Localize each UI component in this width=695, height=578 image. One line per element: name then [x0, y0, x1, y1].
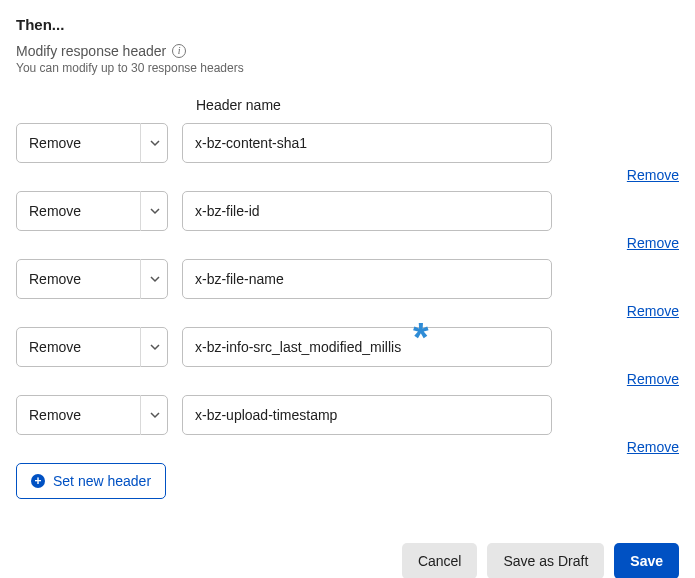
action-select-value: Remove [29, 203, 81, 219]
footer-actions: Cancel Save as Draft Save [16, 543, 679, 578]
remove-row-link[interactable]: Remove [627, 235, 679, 251]
action-select-wrap: Remove [16, 123, 168, 163]
remove-row-link[interactable]: Remove [627, 439, 679, 455]
header-name-input[interactable] [182, 327, 552, 367]
action-select-wrap: Remove [16, 395, 168, 435]
hint-text: You can modify up to 30 response headers [16, 61, 679, 75]
set-new-header-button[interactable]: + Set new header [16, 463, 166, 499]
subtitle-row: Modify response header i [16, 43, 679, 59]
remove-row-link[interactable]: Remove [627, 303, 679, 319]
header-row: Remove Remove [16, 123, 679, 163]
subtitle-text: Modify response header [16, 43, 166, 59]
action-select-value: Remove [29, 339, 81, 355]
save-draft-button[interactable]: Save as Draft [487, 543, 604, 578]
header-name-input[interactable] [182, 259, 552, 299]
action-select-wrap: Remove [16, 191, 168, 231]
header-row: Remove Remove [16, 191, 679, 231]
remove-row-link[interactable]: Remove [627, 371, 679, 387]
header-row: Remove Remove [16, 259, 679, 299]
action-select[interactable]: Remove [16, 395, 168, 435]
header-name-input[interactable] [182, 123, 552, 163]
header-row: Remove Remove [16, 327, 679, 367]
action-select-wrap: Remove [16, 327, 168, 367]
action-select[interactable]: Remove [16, 327, 168, 367]
action-select[interactable]: Remove [16, 259, 168, 299]
header-name-input[interactable] [182, 395, 552, 435]
add-button-label: Set new header [53, 473, 151, 489]
column-header-name: Header name [196, 97, 679, 113]
action-select-value: Remove [29, 135, 81, 151]
remove-row-link[interactable]: Remove [627, 167, 679, 183]
action-select-value: Remove [29, 271, 81, 287]
save-button[interactable]: Save [614, 543, 679, 578]
header-row: Remove Remove [16, 395, 679, 435]
header-rows: Remove Remove Remove Remove Remove [16, 123, 679, 435]
action-select[interactable]: Remove [16, 191, 168, 231]
plus-circle-icon: + [31, 474, 45, 488]
header-name-input[interactable] [182, 191, 552, 231]
info-icon[interactable]: i [172, 44, 186, 58]
action-select-wrap: Remove [16, 259, 168, 299]
cancel-button[interactable]: Cancel [402, 543, 478, 578]
action-select-value: Remove [29, 407, 81, 423]
section-title: Then... [16, 16, 679, 33]
action-select[interactable]: Remove [16, 123, 168, 163]
